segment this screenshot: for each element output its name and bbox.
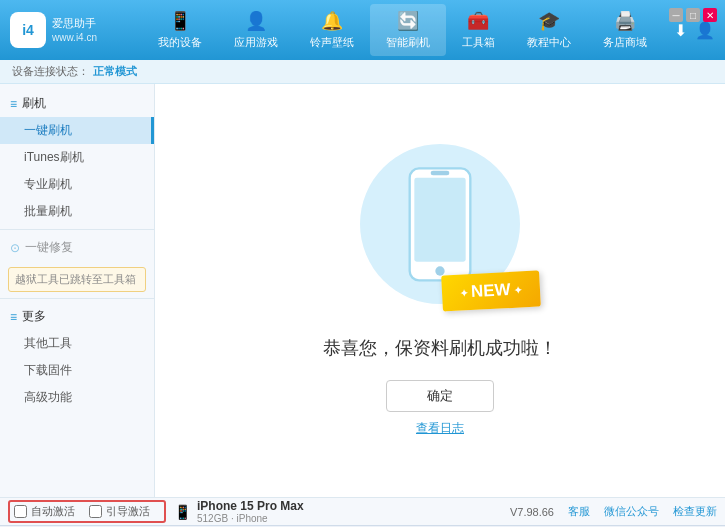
nav-bar: 📱 我的设备 👤 应用游戏 🔔 铃声壁纸 🔄 智能刷机 🧰 工具箱 🎓 [130,4,674,56]
sidebar-section-repair-label: 一键修复 [25,239,73,256]
bottom-right: V7.98.66 客服 微信公众号 检查更新 [510,504,717,519]
nav-service[interactable]: 🖨️ 务店商域 [587,4,663,56]
sidebar-item-pro-flash[interactable]: 专业刷机 [0,171,154,198]
device-storage: 512GB [197,513,228,524]
smart-flash-icon: 🔄 [397,10,419,32]
main-layout: ≡ 刷机 一键刷机 iTunes刷机 专业刷机 批量刷机 ⊙ 一键修复 越狱工具… [0,84,725,497]
device-sub: 512GB · iPhone [197,513,304,524]
sparkle-right: ✦ [514,284,523,295]
nav-app-games-label: 应用游戏 [234,35,278,50]
nav-app-games[interactable]: 👤 应用游戏 [218,4,294,56]
sidebar-section-flash: ≡ 刷机 [0,90,154,117]
sidebar-item-itunes-flash[interactable]: iTunes刷机 [0,144,154,171]
tutorial-icon: 🎓 [538,10,560,32]
nav-tutorial[interactable]: 🎓 教程中心 [511,4,587,56]
more-section-icon: ≡ [10,310,17,324]
logo-letter: i4 [22,22,34,38]
device-icon: 📱 [174,504,191,520]
check-update-link[interactable]: 检查更新 [673,504,717,519]
breadcrumb-status: 正常模式 [93,64,137,79]
device-details: iPhone 15 Pro Max 512GB · iPhone [197,499,304,524]
sidebar-divider-2 [0,298,154,299]
device-type-label: iPhone [236,513,267,524]
sidebar-section-flash-label: 刷机 [22,95,46,112]
maximize-button[interactable]: □ [686,8,700,22]
sidebar-section-repair: ⊙ 一键修复 [0,234,154,261]
logo-icon: i4 [10,12,46,48]
my-device-icon: 📱 [169,10,191,32]
logo: i4 爱思助手 www.i4.cn [10,12,130,48]
nav-my-device-label: 我的设备 [158,35,202,50]
svg-point-3 [435,266,444,275]
header: i4 爱思助手 www.i4.cn 📱 我的设备 👤 应用游戏 🔔 铃声壁纸 🔄 [0,0,725,60]
sidebar-item-batch-flash[interactable]: 批量刷机 [0,198,154,225]
breadcrumb-prefix: 设备连接状态： [12,64,89,79]
guided-activate-item[interactable]: 引导激活 [89,504,150,519]
new-badge-text: NEW [471,280,512,302]
bottom-left-box: 自动激活 引导激活 [8,500,166,523]
user-icon[interactable]: 👤 [695,21,715,40]
sidebar-section-more-label: 更多 [22,308,46,325]
nav-my-device[interactable]: 📱 我的设备 [142,4,218,56]
device-name: iPhone 15 Pro Max [197,499,304,513]
nav-smart-flash-label: 智能刷机 [386,35,430,50]
svg-rect-2 [431,170,450,175]
nav-toolbox[interactable]: 🧰 工具箱 [446,4,511,56]
guided-activate-label: 引导激活 [106,504,150,519]
auto-activate-label: 自动激活 [31,504,75,519]
nav-service-label: 务店商域 [603,35,647,50]
success-message: 恭喜您，保资料刷机成功啦！ [323,336,557,360]
sidebar-notice: 越狱工具已跳转至工具箱 [8,267,146,292]
auto-activate-item[interactable]: 自动激活 [14,504,75,519]
logo-text: 爱思助手 www.i4.cn [52,16,97,43]
download-icon[interactable]: ⬇ [674,21,687,40]
flash-section-icon: ≡ [10,97,17,111]
phone-svg [405,166,475,283]
ringtone-icon: 🔔 [321,10,343,32]
service-icon: 🖨️ [614,10,636,32]
app-games-icon: 👤 [245,10,267,32]
wechat-link[interactable]: 微信公众号 [604,504,659,519]
sidebar-item-advanced[interactable]: 高级功能 [0,384,154,411]
close-button[interactable]: ✕ [703,8,717,22]
customer-service-link[interactable]: 客服 [568,504,590,519]
sidebar-item-other-tools[interactable]: 其他工具 [0,330,154,357]
guided-activate-checkbox[interactable] [89,505,102,518]
nav-smart-flash[interactable]: 🔄 智能刷机 [370,4,446,56]
auto-activate-checkbox[interactable] [14,505,27,518]
view-log-button[interactable]: 查看日志 [416,420,464,437]
nav-toolbox-label: 工具箱 [462,35,495,50]
svg-rect-1 [414,177,465,261]
nav-ringtone-label: 铃声壁纸 [310,35,354,50]
device-info: 📱 iPhone 15 Pro Max 512GB · iPhone [174,499,304,524]
content-area: ✦ NEW ✦ 恭喜您，保资料刷机成功啦！ 确定 查看日志 [155,84,725,497]
confirm-button[interactable]: 确定 [386,380,494,412]
breadcrumb: 设备连接状态： 正常模式 [0,60,725,84]
minimize-button[interactable]: ─ [669,8,683,22]
version-label: V7.98.66 [510,506,554,518]
sidebar: ≡ 刷机 一键刷机 iTunes刷机 专业刷机 批量刷机 ⊙ 一键修复 越狱工具… [0,84,155,497]
success-illustration: ✦ NEW ✦ [360,144,520,304]
sidebar-section-more: ≡ 更多 [0,303,154,330]
header-actions: ⬇ 👤 [674,21,715,40]
bottom-bar: 自动激活 引导激活 📱 iPhone 15 Pro Max 512GB · iP… [0,497,725,525]
nav-tutorial-label: 教程中心 [527,35,571,50]
nav-ringtone[interactable]: 🔔 铃声壁纸 [294,4,370,56]
toolbox-icon: 🧰 [467,10,489,32]
sparkle-left: ✦ [460,287,469,298]
sidebar-item-download-fw[interactable]: 下载固件 [0,357,154,384]
sidebar-item-one-key-flash[interactable]: 一键刷机 [0,117,154,144]
repair-section-icon: ⊙ [10,241,20,255]
sidebar-divider-1 [0,229,154,230]
